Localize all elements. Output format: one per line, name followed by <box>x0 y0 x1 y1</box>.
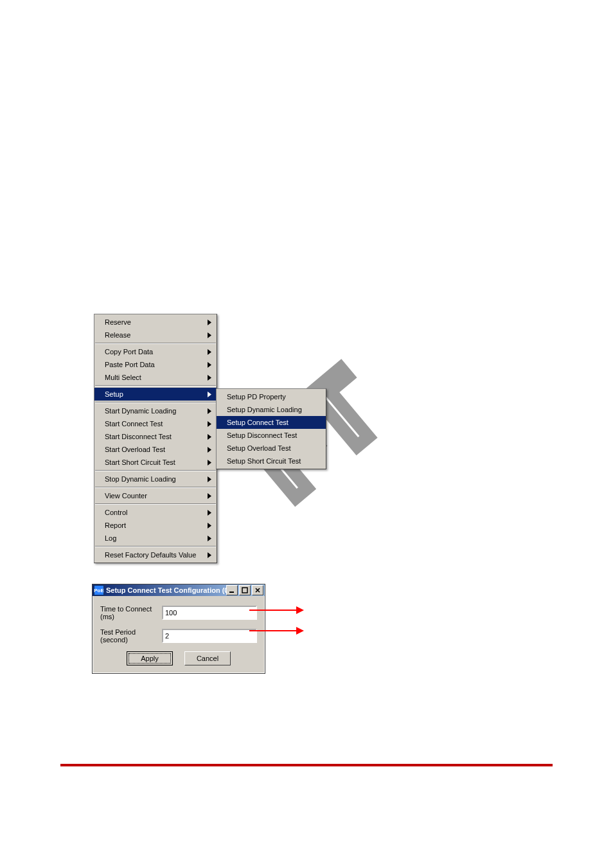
menu-item-label: Control <box>105 509 127 516</box>
submenu-arrow-icon <box>208 460 213 466</box>
menu-separator <box>95 503 216 505</box>
menu-item-start-connect-test[interactable]: Start Connect Test <box>94 417 217 430</box>
submenu-arrow-icon <box>208 320 213 325</box>
dialog-titlebar[interactable]: PoE Setup Connect Test Configuration (0.… <box>93 584 265 596</box>
menu-item-start-dynamic-loading[interactable]: Start Dynamic Loading <box>94 404 217 417</box>
menu-item-paste-port-data[interactable]: Paste Port Data <box>94 358 217 371</box>
menu-item-label: Setup Disconnect Test <box>227 431 297 439</box>
submenu-setup-dynamic-loading[interactable]: Setup Dynamic Loading <box>217 403 326 416</box>
menu-item-label: Setup Connect Test <box>227 419 289 426</box>
submenu-arrow-icon <box>208 332 213 338</box>
menu-item-label: Stop Dynamic Loading <box>105 475 176 483</box>
menu-item-label: Release <box>105 331 130 339</box>
dialog-title: Setup Connect Test Configuration (0... <box>106 586 226 594</box>
annotation-arrow-time-to-connect <box>249 610 298 611</box>
annotation-arrow-test-period <box>249 630 298 631</box>
menu-item-reserve[interactable]: Reserve <box>94 316 217 329</box>
menu-separator <box>95 385 216 386</box>
svg-rect-1 <box>229 592 234 593</box>
submenu-arrow-icon <box>208 375 213 381</box>
menu-item-label: Multi Select <box>105 374 141 381</box>
menu-item-label: Reset Factory Defaults Value <box>105 551 196 559</box>
menu-separator <box>95 487 216 488</box>
app-icon: PoE <box>94 585 104 595</box>
submenu-setup-short-circuit-test[interactable]: Setup Short Circuit Test <box>217 455 326 467</box>
time-to-connect-input[interactable] <box>162 606 257 620</box>
menu-item-label: Report <box>105 521 126 529</box>
test-period-label: Test Period (second) <box>100 628 162 644</box>
submenu-arrow-icon <box>208 349 213 355</box>
menu-item-start-disconnect-test[interactable]: Start Disconnect Test <box>94 430 217 443</box>
maximize-button[interactable] <box>239 585 251 595</box>
apply-button[interactable]: Apply <box>127 651 173 665</box>
menu-item-label: Setup PD Property <box>227 393 286 401</box>
context-menu: Reserve Release Copy Port Data Paste Por… <box>94 314 217 563</box>
submenu-arrow-icon <box>208 434 213 440</box>
test-period-input[interactable] <box>162 629 257 643</box>
menu-item-multi-select[interactable]: Multi Select <box>94 371 217 384</box>
submenu-setup-disconnect-test[interactable]: Setup Disconnect Test <box>217 429 326 442</box>
menu-item-start-short-circuit-test[interactable]: Start Short Circuit Test <box>94 456 217 469</box>
submenu-arrow-icon <box>208 510 213 516</box>
menu-item-stop-dynamic-loading[interactable]: Stop Dynamic Loading <box>94 473 217 485</box>
menu-item-label: Reserve <box>105 318 131 326</box>
menu-item-label: Start Connect Test <box>105 420 163 428</box>
svg-rect-2 <box>242 588 247 593</box>
menu-item-reset-factory-defaults[interactable]: Reset Factory Defaults Value <box>94 548 217 561</box>
menu-item-report[interactable]: Report <box>94 519 217 532</box>
menu-item-label: Start Short Circuit Test <box>105 458 175 466</box>
menu-item-label: Start Dynamic Loading <box>105 407 176 415</box>
submenu-setup-overload-test[interactable]: Setup Overload Test <box>217 442 326 455</box>
menu-item-setup[interactable]: Setup <box>94 388 217 401</box>
setup-connect-test-dialog: PoE Setup Connect Test Configuration (0.… <box>92 584 265 674</box>
submenu-arrow-icon <box>208 523 213 529</box>
menu-item-log[interactable]: Log <box>94 532 217 545</box>
menu-item-control[interactable]: Control <box>94 506 217 519</box>
menu-separator <box>95 343 216 344</box>
menu-item-label: Setup Dynamic Loading <box>227 406 302 413</box>
menu-separator <box>95 546 216 547</box>
submenu-arrow-icon <box>208 447 213 453</box>
menu-item-start-overload-test[interactable]: Start Overload Test <box>94 443 217 456</box>
submenu-arrow-icon <box>208 421 213 427</box>
menu-item-view-counter[interactable]: View Counter <box>94 489 217 502</box>
menu-item-label: Start Disconnect Test <box>105 433 172 440</box>
cancel-button[interactable]: Cancel <box>184 651 231 665</box>
menu-item-label: Paste Port Data <box>105 361 155 368</box>
setup-submenu: Setup PD Property Setup Dynamic Loading … <box>216 388 326 469</box>
submenu-setup-connect-test[interactable]: Setup Connect Test <box>217 416 326 429</box>
menu-item-label: Setup Overload Test <box>227 444 290 452</box>
menu-item-label: Log <box>105 534 116 542</box>
menu-item-label: View Counter <box>105 492 147 500</box>
menu-item-label: Setup <box>105 390 123 398</box>
menu-separator <box>95 470 216 471</box>
time-to-connect-label: Time to Connect (ms) <box>100 605 162 620</box>
minimize-button[interactable] <box>226 585 238 595</box>
menu-separator <box>95 402 216 403</box>
footer-rule <box>60 764 553 766</box>
menu-item-release[interactable]: Release <box>94 329 217 341</box>
submenu-setup-pd-property[interactable]: Setup PD Property <box>217 390 326 403</box>
menu-item-label: Copy Port Data <box>105 348 153 356</box>
submenu-arrow-icon <box>208 362 213 368</box>
submenu-arrow-icon <box>208 392 213 397</box>
menu-item-label: Setup Short Circuit Test <box>227 457 301 465</box>
submenu-arrow-icon <box>208 493 213 499</box>
submenu-arrow-icon <box>208 476 213 482</box>
menu-item-label: Start Overload Test <box>105 446 165 453</box>
submenu-arrow-icon <box>208 552 213 558</box>
submenu-arrow-icon <box>208 408 213 414</box>
close-button[interactable] <box>252 585 263 595</box>
menu-item-copy-port-data[interactable]: Copy Port Data <box>94 345 217 358</box>
submenu-arrow-icon <box>208 536 213 541</box>
